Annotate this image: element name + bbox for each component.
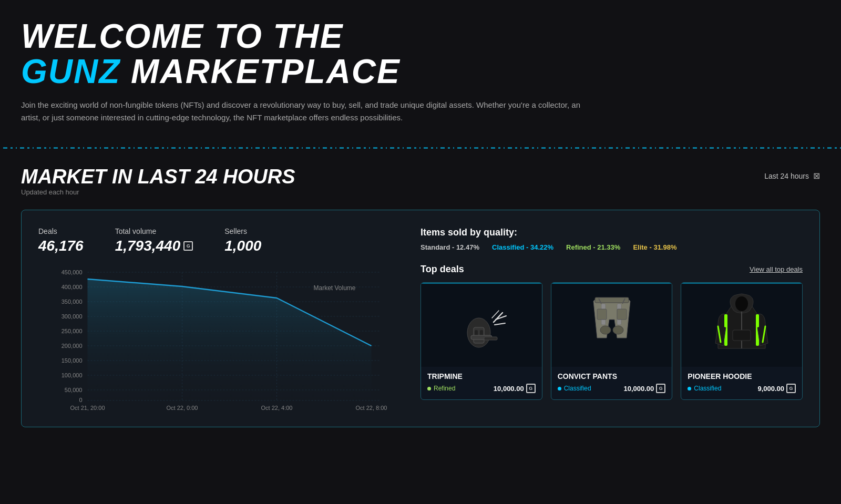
currency-icon: G <box>786 384 796 393</box>
currency-icon: G <box>526 384 536 393</box>
stat-deals: Deals 46,176 <box>38 227 84 254</box>
svg-point-54 <box>735 296 748 311</box>
hero-title-line1: WELCOME TO THE <box>21 17 343 55</box>
currency-icon: G <box>183 241 193 251</box>
svg-text:250,000: 250,000 <box>61 328 83 334</box>
pioneer-hoodie-image <box>713 291 771 359</box>
svg-text:50,000: 50,000 <box>65 387 83 393</box>
svg-text:Market Volume: Market Volume <box>314 284 356 292</box>
svg-text:150,000: 150,000 <box>61 357 83 364</box>
stats-row: Deals 46,176 Total volume 1,793,440 G Se… <box>38 227 399 254</box>
svg-text:300,000: 300,000 <box>61 313 83 320</box>
filter-label: Last 24 hours <box>764 172 809 180</box>
market-section: Market in last 24 hours Updated each hou… <box>0 149 841 448</box>
svg-text:400,000: 400,000 <box>61 284 83 290</box>
svg-rect-53 <box>733 330 751 341</box>
market-card: Deals 46,176 Total volume 1,793,440 G Se… <box>21 210 820 427</box>
filter-icon: ⊠ <box>813 171 820 181</box>
hero-title: WELCOME TO THE GUNZ MARKETPLACE <box>21 19 820 89</box>
quality-refined: Refined - 21.33% <box>566 243 620 251</box>
deal-name-tripmine: TRIPMINE <box>427 372 536 380</box>
convict-pants-image <box>586 291 638 359</box>
svg-marker-23 <box>88 279 372 400</box>
chart-svg: 450,000 400,000 350,000 300,000 250,000 … <box>38 265 399 412</box>
market-filter[interactable]: Last 24 hours ⊠ <box>764 166 820 181</box>
svg-point-44 <box>600 326 611 334</box>
market-title: Market in last 24 hours <box>21 166 295 188</box>
deal-quality-label: Refined <box>434 385 455 392</box>
hero-section: WELCOME TO THE GUNZ MARKETPLACE Join the… <box>0 0 841 135</box>
stat-deals-label: Deals <box>38 227 84 235</box>
right-section: Items sold by quality: Standard - 12.47%… <box>420 227 803 412</box>
svg-text:Oct 22, 8:00: Oct 22, 8:00 <box>356 405 387 411</box>
hero-description: Join the exciting world of non-fungible … <box>21 99 599 124</box>
tripmine-image <box>453 291 510 359</box>
stat-sellers: Sellers 1,000 <box>224 227 261 254</box>
svg-text:100,000: 100,000 <box>61 372 83 378</box>
svg-text:200,000: 200,000 <box>61 343 83 349</box>
deal-footer-convict-pants: Classified 10,000.00 G <box>558 384 666 393</box>
quality-dot <box>427 387 431 390</box>
currency-icon: G <box>656 384 665 393</box>
quality-elite: Elite - 31.98% <box>633 243 676 251</box>
deal-quality-label: Classified <box>694 385 721 392</box>
svg-rect-42 <box>597 309 607 320</box>
deal-price-tripmine: 10,000.00 G <box>494 384 536 393</box>
market-updated: Updated each hour <box>21 188 295 196</box>
view-all-link[interactable]: View all top deals <box>750 265 803 273</box>
chart-section: Deals 46,176 Total volume 1,793,440 G Se… <box>38 227 399 412</box>
deal-quality-label: Classified <box>564 385 591 392</box>
deal-image-tripmine <box>421 283 542 367</box>
market-chart: 450,000 400,000 350,000 300,000 250,000 … <box>38 265 399 412</box>
deal-quality-tripmine: Refined <box>427 385 455 392</box>
deal-footer-pioneer-hoodie: Classified 9,000.00 G <box>688 384 796 393</box>
stat-volume: Total volume 1,793,440 G <box>115 227 193 254</box>
market-title-group: Market in last 24 hours Updated each hou… <box>21 166 295 207</box>
quality-row: Standard - 12.47% Classified - 34.22% Re… <box>420 243 803 251</box>
stat-volume-label: Total volume <box>115 227 193 235</box>
svg-text:Oct 22, 4:00: Oct 22, 4:00 <box>261 405 293 411</box>
stat-volume-value: 1,793,440 G <box>115 238 193 254</box>
top-deals-header: Top deals View all top deals <box>420 264 803 275</box>
svg-rect-43 <box>617 309 627 320</box>
quality-standard: Standard - 12.47% <box>420 243 479 251</box>
deal-info-tripmine: TRIPMINE Refined 10,000.00 G <box>421 367 542 399</box>
svg-point-45 <box>613 326 623 334</box>
quality-title: Items sold by quality: <box>420 227 803 238</box>
deal-card-tripmine[interactable]: TRIPMINE Refined 10,000.00 G <box>420 282 542 400</box>
svg-text:0: 0 <box>79 397 82 403</box>
deals-grid: TRIPMINE Refined 10,000.00 G <box>420 282 803 400</box>
svg-line-37 <box>495 323 505 325</box>
svg-text:Oct 21, 20:00: Oct 21, 20:00 <box>70 405 105 411</box>
deal-quality-pioneer-hoodie: Classified <box>688 385 721 392</box>
svg-rect-34 <box>484 337 497 340</box>
stat-sellers-value: 1,000 <box>224 238 261 254</box>
svg-text:350,000: 350,000 <box>61 299 83 305</box>
market-header: Market in last 24 hours Updated each hou… <box>21 166 820 207</box>
quality-dot <box>688 387 691 390</box>
deal-name-pioneer-hoodie: Pioneer Hoodie <box>688 372 796 380</box>
deal-image-convict-pants <box>551 283 672 367</box>
svg-text:450,000: 450,000 <box>61 269 83 275</box>
deal-price-convict-pants: 10,000.00 G <box>624 384 666 393</box>
deal-price-pioneer-hoodie: 9,000.00 G <box>757 384 796 393</box>
deal-footer-tripmine: Refined 10,000.00 G <box>427 384 536 393</box>
hero-title-marketplace: MARKETPLACE <box>131 53 401 90</box>
deal-quality-convict-pants: Classified <box>558 385 591 392</box>
deal-card-pioneer-hoodie[interactable]: Pioneer Hoodie Classified 9,000.00 G <box>681 282 803 400</box>
deal-image-pioneer-hoodie <box>681 283 802 367</box>
section-divider <box>0 147 841 149</box>
quality-classified: Classified - 34.22% <box>492 243 553 251</box>
deal-info-pioneer-hoodie: Pioneer Hoodie Classified 9,000.00 G <box>681 367 802 399</box>
top-deals-title: Top deals <box>420 264 464 275</box>
deal-card-convict-pants[interactable]: Convict Pants Classified 10,000.00 G <box>551 282 673 400</box>
stat-sellers-label: Sellers <box>224 227 261 235</box>
deal-name-convict-pants: Convict Pants <box>558 372 666 380</box>
svg-text:Oct 22, 0:00: Oct 22, 0:00 <box>167 405 198 411</box>
stat-deals-value: 46,176 <box>38 238 84 254</box>
quality-dot <box>558 387 561 390</box>
deal-info-convict-pants: Convict Pants Classified 10,000.00 G <box>551 367 672 399</box>
hero-title-gunz: GUNZ <box>21 53 120 90</box>
